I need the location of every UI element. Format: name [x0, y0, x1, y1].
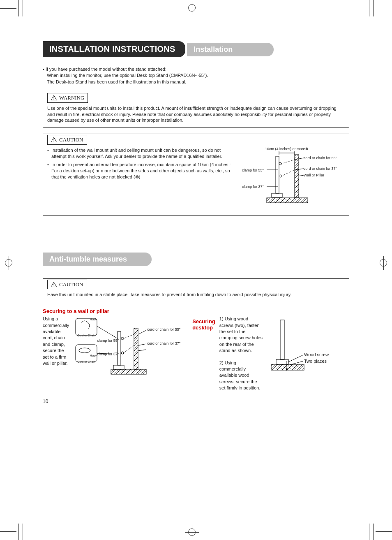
figure-clearance: 10cm (4 inches) or more✽	[242, 147, 345, 211]
fig-label: clamp for 37"	[242, 184, 264, 189]
svg-line-40	[138, 350, 146, 351]
intro-line: The Desk-top Stand has been used for the…	[47, 79, 349, 85]
svg-rect-35	[76, 345, 97, 362]
svg-rect-28	[113, 365, 124, 369]
registration-mark	[185, 525, 199, 539]
subsection-heading: Securing desktop	[192, 318, 215, 331]
svg-line-13	[281, 170, 295, 176]
intro-text: • If you have purchased the model withou…	[43, 66, 349, 85]
crop-mark	[23, 524, 23, 540]
page-content: INSTALLATION INSTRUCTIONS Installation •…	[0, 0, 392, 440]
caution-text: Installation of the wall mount unit and …	[47, 147, 236, 183]
svg-line-39	[138, 344, 146, 345]
warning-label-text: WARNING	[59, 94, 84, 102]
section-heading-installation: Installation	[187, 43, 274, 56]
fig-label: 10cm (4 inches) or more✽	[265, 146, 309, 151]
fig-label: clamp for 55"	[97, 338, 119, 343]
svg-point-11	[279, 175, 281, 177]
svg-point-30	[121, 352, 124, 354]
section-heading-anti-tumble: Anti-tumble measures	[43, 253, 152, 266]
svg-rect-9	[272, 193, 282, 197]
crop-mark	[369, 524, 369, 540]
warning-icon: !	[51, 282, 57, 287]
caution-box: ! CAUTION Have this unit mounted in a st…	[43, 278, 349, 302]
warning-icon: !	[51, 95, 57, 100]
svg-line-31	[124, 334, 134, 338]
fig-label: cord or chain for 37"	[304, 166, 337, 171]
svg-line-34	[97, 326, 118, 338]
fig-label: Cord or Chain	[77, 360, 95, 363]
svg-line-32	[124, 345, 134, 353]
subsection-text: Using a commercially available cord, cha…	[43, 316, 69, 366]
caution-bullet: Installation of the wall mount unit and …	[47, 147, 236, 160]
fig-label: Hook	[90, 318, 97, 321]
fig-label: Two places	[304, 359, 327, 364]
caution-box: ! CAUTION Installation of the wall mount…	[43, 134, 349, 216]
page-title: INSTALLATION INSTRUCTIONS	[43, 41, 185, 57]
warning-icon: !	[51, 137, 57, 142]
crop-mark	[376, 531, 392, 532]
caution-label-text: CAUTION	[59, 136, 83, 144]
step-text: 2) Using commercially available wood scr…	[219, 360, 263, 392]
warning-box: ! WARNING Use one of the special mount u…	[43, 92, 349, 128]
subsection-text: 1) Using wood screws (two), fasten the s…	[219, 316, 263, 391]
step-text: 1) Using wood screws (two), fasten the s…	[219, 316, 263, 354]
fig-label: Wood screw	[304, 352, 329, 357]
intro-line: When installing the monitor, use the opt…	[47, 72, 349, 79]
svg-rect-26	[111, 369, 146, 374]
caution-label: ! CAUTION	[47, 280, 87, 290]
svg-line-19	[299, 175, 304, 176]
caution-label: ! CAUTION	[47, 135, 87, 145]
crop-mark	[18, 524, 19, 540]
svg-rect-25	[134, 328, 138, 369]
svg-rect-7	[267, 198, 308, 203]
caution-label-text: CAUTION	[59, 281, 83, 288]
fig-label: Wall or Pillar	[304, 173, 324, 178]
fig-label: cord or chain for 37"	[147, 341, 180, 345]
fig-label: clamp for 37"	[97, 352, 119, 356]
wall-secure-diagram-icon	[73, 316, 188, 382]
caution-text: Have this unit mounted in a stable place…	[47, 292, 345, 298]
svg-point-29	[121, 337, 124, 340]
svg-rect-27	[118, 331, 121, 365]
fig-label: clamp for 55"	[242, 168, 264, 173]
svg-point-10	[279, 162, 281, 165]
warning-text: Use one of the special mount units to in…	[47, 105, 345, 124]
caution-bullet: In order to prevent an internal temperat…	[47, 162, 236, 180]
svg-text:!: !	[53, 283, 55, 287]
crop-mark	[0, 531, 16, 532]
warning-label: ! WARNING	[47, 93, 88, 103]
svg-text:!: !	[53, 139, 55, 142]
crop-mark	[373, 524, 374, 540]
svg-rect-6	[295, 155, 299, 198]
svg-rect-8	[276, 156, 279, 193]
figure-desktop-secure: Wood screw Two places	[267, 316, 349, 378]
svg-point-36	[79, 348, 90, 353]
svg-rect-43	[280, 320, 284, 359]
fig-label: cord or chain for 55"	[147, 327, 180, 331]
figure-wall-secure: Hook Cord or Chain Hook Cord or Chain cl…	[73, 316, 188, 382]
fig-label: Hook	[90, 354, 97, 357]
intro-line: • If you have purchased the model withou…	[43, 66, 349, 72]
desktop-secure-diagram-icon	[267, 316, 349, 378]
svg-line-47	[288, 355, 303, 362]
svg-text:!: !	[53, 97, 55, 100]
svg-line-12	[281, 160, 295, 164]
svg-line-38	[138, 330, 146, 334]
page-number: 10	[43, 399, 48, 404]
fig-label: Cord or Chain	[77, 334, 95, 337]
subsection-heading: Securing to a wall or pillar	[43, 308, 349, 314]
fig-label: cord or chain for 55"	[304, 155, 337, 160]
